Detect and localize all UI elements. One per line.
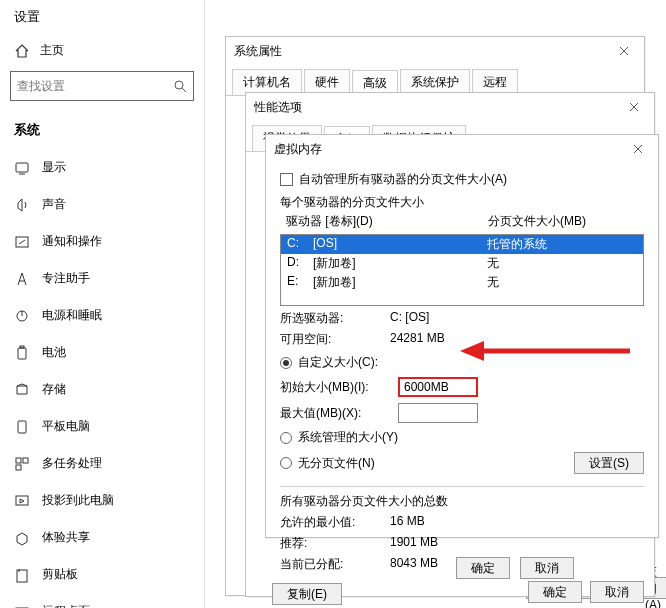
svg-rect-12: [23, 458, 28, 463]
custom-size-label: 自定义大小(C):: [298, 354, 378, 371]
sidebar-item[interactable]: 投影到此电脑: [0, 482, 204, 519]
sidebar-item-label: 专注助手: [42, 270, 90, 287]
sidebar-item[interactable]: 平板电脑: [0, 408, 204, 445]
sidebar-item-label: 电源和睡眠: [42, 307, 102, 324]
dialog-title-text: 虚拟内存: [274, 142, 322, 156]
no-paging-radio[interactable]: [280, 457, 292, 469]
sidebar-item-icon: [14, 345, 30, 361]
recommended-value: 1901 MB: [390, 535, 644, 552]
auto-manage-label: 自动管理所有驱动器的分页文件大小(A): [299, 171, 507, 188]
max-size-input[interactable]: [398, 403, 478, 423]
sidebar-item-label: 电池: [42, 344, 66, 361]
home-icon: [14, 43, 30, 59]
min-allowed-label: 允许的最小值:: [280, 514, 390, 531]
set-button[interactable]: 设置(S): [574, 452, 644, 474]
dialog-title: 虚拟内存: [266, 135, 658, 163]
category-heading: 系统: [0, 115, 204, 149]
sidebar-item-label: 体验共享: [42, 529, 90, 546]
sidebar-item-label: 投影到此电脑: [42, 492, 114, 509]
close-icon[interactable]: [618, 97, 650, 117]
close-icon[interactable]: [622, 139, 654, 159]
per-drive-label: 每个驱动器的分页文件大小: [280, 194, 644, 211]
sidebar-item-icon: [14, 604, 30, 609]
sidebar-item[interactable]: 专注助手: [0, 260, 204, 297]
virtual-memory-dialog: 虚拟内存 自动管理所有驱动器的分页文件大小(A) 每个驱动器的分页文件大小 驱动…: [265, 134, 659, 538]
home-nav[interactable]: 主页: [0, 34, 204, 71]
initial-size-input[interactable]: 6000MB: [398, 377, 478, 397]
selected-drive-value: C: [OS]: [390, 310, 644, 327]
sidebar-item-icon: [14, 271, 30, 287]
sidebar-item-label: 剪贴板: [42, 566, 78, 583]
home-label: 主页: [40, 42, 64, 59]
sidebar-item-icon: [14, 382, 30, 398]
sidebar-item[interactable]: 体验共享: [0, 519, 204, 556]
drive-list[interactable]: C:[OS]托管的系统D:[新加卷]无E:[新加卷]无: [280, 234, 644, 306]
totals-title: 所有驱动器分页文件大小的总数: [280, 493, 644, 510]
sidebar-item-icon: [14, 456, 30, 472]
sidebar-item-icon: [14, 197, 30, 213]
sidebar-item-icon: [14, 308, 30, 324]
search-box[interactable]: [10, 71, 194, 101]
current-allocated-label: 当前已分配:: [280, 556, 390, 573]
sidebar-item-icon: [14, 234, 30, 250]
sidebar-item-label: 平板电脑: [42, 418, 90, 435]
sidebar-item-label: 存储: [42, 381, 66, 398]
sidebar-item-label: 多任务处理: [42, 455, 102, 472]
svg-rect-11: [16, 458, 21, 463]
sidebar-item-label: 显示: [42, 159, 66, 176]
recommended-label: 推荐:: [280, 535, 390, 552]
sidebar-item[interactable]: 电池: [0, 334, 204, 371]
svg-rect-2: [16, 163, 28, 172]
min-allowed-value: 16 MB: [390, 514, 644, 531]
col-page: 分页文件大小(MB): [488, 213, 638, 230]
sidebar-item[interactable]: 显示: [0, 149, 204, 186]
dialog-title-text: 系统属性: [234, 44, 282, 58]
svg-rect-8: [18, 348, 26, 359]
sidebar-item[interactable]: 剪贴板: [0, 556, 204, 593]
svg-point-0: [175, 81, 183, 89]
drive-row[interactable]: E:[新加卷]无: [281, 273, 643, 292]
auto-manage-checkbox[interactable]: [280, 173, 293, 186]
sidebar-item-label: 通知和操作: [42, 233, 102, 250]
avail-space-label: 可用空间:: [280, 331, 390, 348]
avail-space-value: 24281 MB: [390, 331, 644, 348]
system-managed-radio[interactable]: [280, 432, 292, 444]
custom-size-radio[interactable]: [280, 357, 292, 369]
system-managed-label: 系统管理的大小(Y): [298, 429, 398, 446]
no-paging-label: 无分页文件(N): [298, 455, 375, 472]
svg-rect-9: [20, 346, 24, 348]
drive-row[interactable]: D:[新加卷]无: [281, 254, 643, 273]
sidebar-item-label: 远程桌面: [42, 603, 90, 608]
sidebar-item[interactable]: 多任务处理: [0, 445, 204, 482]
ok-button[interactable]: 确定: [528, 581, 582, 603]
sidebar-item[interactable]: 通知和操作: [0, 223, 204, 260]
sidebar-item[interactable]: 远程桌面: [0, 593, 204, 608]
svg-rect-10: [18, 421, 26, 433]
sidebar-item-icon: [14, 493, 30, 509]
col-drive: 驱动器 [卷标](D): [286, 213, 488, 230]
svg-line-1: [182, 88, 186, 92]
initial-size-label: 初始大小(MB)(I):: [280, 379, 390, 396]
max-size-label: 最大值(MB)(X):: [280, 405, 390, 422]
dialog-title: 性能选项: [246, 93, 654, 121]
search-input[interactable]: [17, 79, 173, 93]
sidebar-item-icon: [14, 530, 30, 546]
cancel-button[interactable]: 取消: [590, 581, 644, 603]
dialog-title: 系统属性: [226, 37, 644, 65]
selected-drive-label: 所选驱动器:: [280, 310, 390, 327]
sidebar-item[interactable]: 电源和睡眠: [0, 297, 204, 334]
sidebar-item-icon: [14, 567, 30, 583]
svg-rect-13: [16, 465, 21, 470]
sidebar-item-icon: [14, 160, 30, 176]
search-icon: [173, 79, 187, 93]
sidebar-item-label: 声音: [42, 196, 66, 213]
sidebar-item-icon: [14, 419, 30, 435]
drive-row[interactable]: C:[OS]托管的系统: [281, 235, 643, 254]
sidebar-item[interactable]: 声音: [0, 186, 204, 223]
settings-sidebar: 设置 主页 系统 显示声音通知和操作专注助手电源和睡眠电池存储平板电脑多任务处理…: [0, 0, 205, 608]
dialog-title-text: 性能选项: [254, 100, 302, 114]
close-icon[interactable]: [608, 41, 640, 61]
settings-app-title: 设置: [0, 0, 204, 34]
sidebar-item[interactable]: 存储: [0, 371, 204, 408]
current-allocated-value: 8043 MB: [390, 556, 644, 573]
